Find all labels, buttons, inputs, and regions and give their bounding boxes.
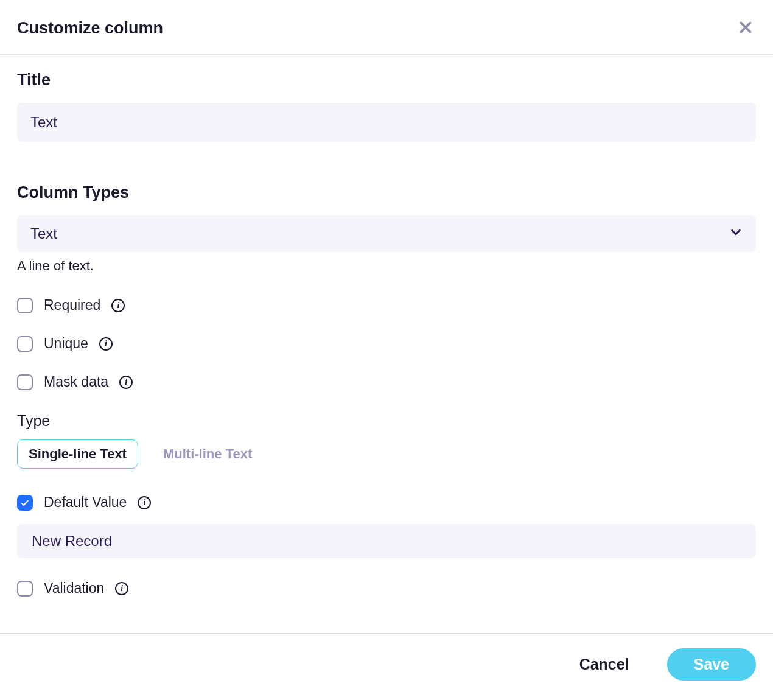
default-value-label: Default Value: [44, 494, 127, 511]
default-value-row: Default Value i: [17, 494, 756, 511]
close-button[interactable]: [735, 17, 756, 40]
save-button[interactable]: Save: [667, 648, 756, 681]
tab-single-line[interactable]: Single-line Text: [17, 439, 138, 469]
unique-checkbox[interactable]: [17, 336, 33, 352]
required-checkbox[interactable]: [17, 298, 33, 313]
validation-row: Validation i: [17, 580, 756, 597]
unique-label: Unique: [44, 335, 88, 352]
info-icon[interactable]: i: [115, 582, 128, 595]
default-value-checkbox[interactable]: [17, 495, 33, 511]
default-value-input[interactable]: [17, 524, 756, 558]
required-label: Required: [44, 297, 100, 313]
modal-title: Customize column: [17, 19, 163, 38]
modal-body: Title Column Types Text A line of text.: [0, 55, 773, 637]
modal-header: Customize column: [0, 0, 773, 55]
maskdata-row: Mask data i: [17, 374, 756, 390]
modal-footer: Cancel Save: [0, 637, 773, 700]
default-value-group: Default Value i: [17, 494, 756, 558]
column-type-select[interactable]: Text: [17, 215, 756, 252]
customize-column-modal: Customize column Title Column Types Text: [0, 0, 773, 700]
column-type-selected: Text: [30, 225, 57, 242]
title-input[interactable]: [17, 103, 756, 142]
required-row: Required i: [17, 297, 756, 313]
cancel-button[interactable]: Cancel: [579, 656, 629, 673]
maskdata-checkbox[interactable]: [17, 374, 33, 390]
tab-multi-line[interactable]: Multi-line Text: [152, 439, 264, 469]
unique-row: Unique i: [17, 335, 756, 352]
footer-divider: [0, 633, 773, 634]
chevron-down-icon: [729, 225, 743, 242]
info-icon[interactable]: i: [138, 496, 151, 509]
column-type-helper: A line of text.: [17, 258, 756, 274]
validation-label: Validation: [44, 580, 104, 597]
info-icon[interactable]: i: [119, 376, 133, 389]
maskdata-label: Mask data: [44, 374, 108, 390]
info-icon[interactable]: i: [111, 299, 125, 312]
type-label: Type: [17, 412, 756, 430]
title-group: Title: [17, 71, 756, 142]
info-icon[interactable]: i: [99, 337, 113, 351]
title-label: Title: [17, 71, 756, 89]
column-types-group: Column Types Text A line of text. Requir…: [17, 183, 756, 618]
close-icon: [738, 19, 754, 37]
column-type-select-wrap: Text: [17, 215, 756, 252]
validation-checkbox[interactable]: [17, 581, 33, 597]
column-types-label: Column Types: [17, 183, 756, 202]
type-tabs: Single-line Text Multi-line Text: [17, 439, 756, 469]
